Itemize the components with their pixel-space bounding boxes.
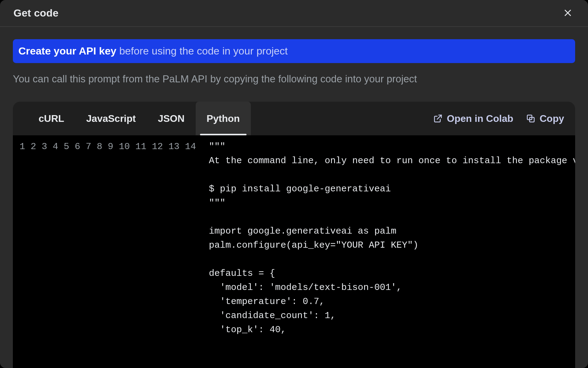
get-code-dialog: Get code Create your API key before usin… [0,0,588,368]
tab-javascript[interactable]: JavaScript [75,102,147,135]
code-actions: Open in Colab Copy [433,102,564,135]
tab-json[interactable]: JSON [147,102,195,135]
code-content[interactable]: """ At the command line, only need to ru… [200,135,575,341]
tabs-row: cURL JavaScript JSON Python Open in Cola… [13,102,575,135]
spacer [251,102,433,135]
copy-button[interactable]: Copy [526,113,564,124]
code-scroll[interactable]: """ At the command line, only need to ru… [200,135,575,368]
language-tabs: cURL JavaScript JSON Python [28,102,251,135]
api-key-banner[interactable]: Create your API key before using the cod… [13,39,575,63]
banner-rest-text: before using the code in your project [116,45,288,57]
close-button[interactable] [561,6,575,20]
open-in-colab-label: Open in Colab [447,113,513,124]
code-area: 1 2 3 4 5 6 7 8 9 10 11 12 13 14 """ At … [13,135,575,368]
dialog-title: Get code [13,7,58,19]
open-external-icon [433,114,443,123]
instruction-text: You can call this prompt from the PaLM A… [13,72,575,86]
code-card: cURL JavaScript JSON Python Open in Cola… [13,102,575,368]
dialog-header: Get code [0,0,588,27]
tab-curl[interactable]: cURL [28,102,75,135]
close-icon [563,8,572,17]
line-number-gutter: 1 2 3 4 5 6 7 8 9 10 11 12 13 14 [13,135,200,368]
copy-icon [526,114,535,123]
copy-label: Copy [540,113,564,124]
tab-python[interactable]: Python [196,102,251,135]
open-in-colab-button[interactable]: Open in Colab [433,113,513,124]
dialog-body: Create your API key before using the cod… [0,27,588,368]
create-api-key-link[interactable]: Create your API key [18,45,116,57]
